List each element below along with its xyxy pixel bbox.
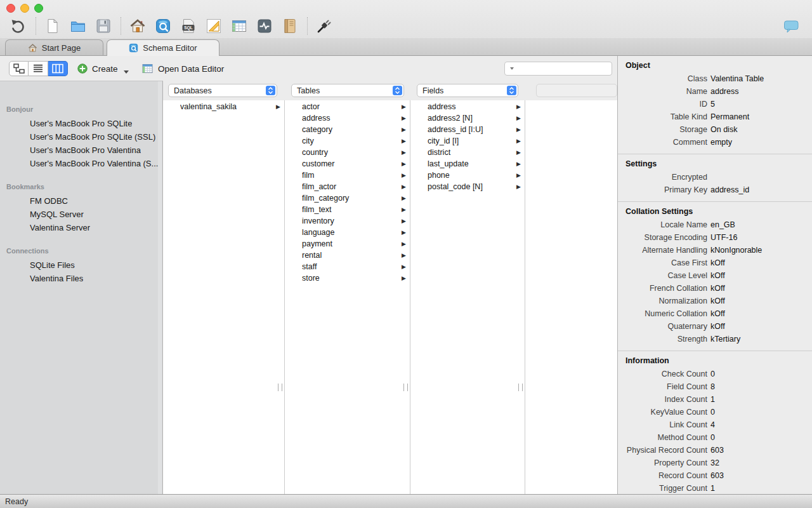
empty-column [525, 100, 617, 494]
table-row[interactable]: city ▶ [285, 135, 410, 147]
create-button[interactable]: Create [77, 61, 129, 76]
start-page-button[interactable] [128, 17, 147, 36]
inspector-row: Comment empty [618, 136, 812, 149]
expand-arrow-icon: ▶ [402, 173, 406, 178]
column-resize-grip[interactable] [518, 384, 523, 391]
field-row[interactable]: city_id [I] ▶ [410, 135, 525, 147]
feedback-button[interactable] [783, 19, 799, 34]
field-row[interactable]: postal_code [N] ▶ [410, 181, 525, 192]
property-label: Case Level [618, 271, 710, 280]
expand-arrow-icon: ▶ [402, 184, 406, 190]
object-inspector: Object Class Valentina Table [617, 56, 812, 508]
sidebar-item[interactable]: User's MacBook Pro Valentina [0, 144, 162, 157]
open-file-button[interactable] [69, 17, 88, 36]
sidebar-item[interactable]: User's MacBook Pro Valentina (S... [0, 157, 162, 170]
expand-arrow-icon: ▶ [516, 116, 521, 121]
field-row[interactable]: address ▶ [410, 101, 525, 112]
expand-arrow-icon: ▶ [402, 241, 406, 247]
report-button[interactable] [280, 17, 299, 36]
property-label: Comment [618, 138, 710, 147]
field-row[interactable]: address_id [I:U] ▶ [410, 124, 525, 135]
expand-arrow-icon: ▶ [402, 230, 406, 236]
table-row[interactable]: staff ▶ [285, 261, 410, 272]
dropdown-stepper-icon[interactable] [393, 86, 402, 95]
table-row[interactable]: rental ▶ [285, 250, 410, 261]
property-label: Storage Encoding [618, 233, 710, 242]
property-label: Case First [618, 258, 710, 267]
sidebar-item[interactable]: MySQL Server [0, 208, 162, 221]
diagram-ruler-icon [206, 18, 222, 34]
inspector-section-title: Collation Settings [618, 202, 812, 218]
table-row[interactable]: inventory ▶ [285, 215, 410, 227]
table-row[interactable]: category ▶ [285, 124, 410, 135]
sidebar-item[interactable]: User's MacBook Pro SQLite (SSL) [0, 130, 162, 144]
row-label: film_actor [302, 182, 402, 191]
column-resize-grip[interactable] [278, 384, 282, 391]
tables-filter-dropdown[interactable]: Tables [291, 84, 404, 97]
table-row[interactable]: customer ▶ [285, 158, 410, 170]
sidebar-item[interactable]: Valentina Server [0, 221, 162, 234]
close-window-button[interactable] [6, 4, 15, 13]
table-row[interactable]: language ▶ [285, 227, 410, 238]
databases-column: valentina_sakila ▶ [163, 100, 285, 494]
server-admin-button[interactable] [255, 17, 274, 36]
connect-button[interactable] [315, 17, 334, 36]
undo-button[interactable] [9, 17, 28, 36]
sidebar-item[interactable]: SQLite Files [0, 258, 162, 272]
sidebar-item[interactable]: User's MacBook Pro SQLite [0, 117, 162, 130]
schema-editor-button[interactable] [154, 17, 173, 36]
field-row[interactable]: district ▶ [410, 147, 525, 158]
search-input[interactable] [515, 62, 616, 75]
row-label: film_text [302, 205, 402, 214]
sidebar-item[interactable]: Valentina Files [0, 272, 162, 285]
table-row[interactable]: actor ▶ [285, 101, 410, 112]
new-document-button[interactable] [43, 17, 62, 36]
fields-filter-label: Fields [422, 86, 443, 95]
tree-view-button[interactable] [9, 61, 29, 76]
field-row[interactable]: last_update ▶ [410, 158, 525, 170]
minimize-window-button[interactable] [20, 4, 29, 13]
dropdown-stepper-icon[interactable] [266, 86, 275, 95]
diagram-button[interactable] [204, 17, 223, 36]
zoom-window-button[interactable] [34, 4, 43, 13]
table-row[interactable]: film_actor ▶ [285, 181, 410, 192]
databases-filter-dropdown[interactable]: Databases [168, 84, 277, 97]
table-row[interactable]: film ▶ [285, 170, 410, 181]
table-row[interactable]: address ▶ [285, 112, 410, 124]
database-row[interactable]: valentina_sakila ▶ [163, 101, 284, 112]
expand-arrow-icon: ▶ [516, 161, 521, 167]
property-label: Class [618, 74, 710, 83]
tab-start-page[interactable]: Start Page [5, 39, 103, 55]
row-label: category [302, 125, 402, 134]
create-dropdown-caret-icon[interactable] [124, 70, 129, 74]
property-label: Strength [618, 335, 710, 344]
table-row[interactable]: country ▶ [285, 147, 410, 158]
fields-filter-dropdown[interactable]: Fields [417, 84, 518, 97]
expand-arrow-icon: ▶ [402, 104, 406, 110]
search-options-caret-icon[interactable] [510, 67, 514, 70]
data-editor-button[interactable] [230, 17, 249, 36]
list-view-button[interactable] [29, 61, 48, 76]
sidebar-section: Connections [0, 246, 162, 285]
row-label: language [302, 228, 402, 237]
field-row[interactable]: phone ▶ [410, 170, 525, 181]
inspector-row: Name address [618, 85, 812, 98]
search-field[interactable] [504, 62, 612, 76]
open-data-editor-button[interactable]: Open Data Editor [142, 61, 224, 76]
sidebar-item[interactable]: FM ODBC [0, 194, 162, 208]
table-row[interactable]: film_text ▶ [285, 204, 410, 215]
table-row[interactable]: store ▶ [285, 272, 410, 284]
column-view-button[interactable] [48, 61, 68, 76]
sql-editor-button[interactable]: SQL [179, 17, 198, 36]
property-value: kOff [710, 258, 725, 267]
column-resize-grip[interactable] [403, 384, 408, 391]
table-row[interactable]: payment ▶ [285, 238, 410, 250]
property-label: Record Count [618, 471, 710, 480]
field-row[interactable]: address2 [N] ▶ [410, 112, 525, 124]
column-view-icon [51, 63, 64, 74]
dropdown-stepper-icon[interactable] [507, 86, 516, 95]
property-label: Table Kind [618, 112, 710, 121]
tab-schema-editor[interactable]: Schema Editor [107, 39, 219, 56]
save-button[interactable] [94, 17, 113, 36]
table-row[interactable]: film_category ▶ [285, 192, 410, 204]
